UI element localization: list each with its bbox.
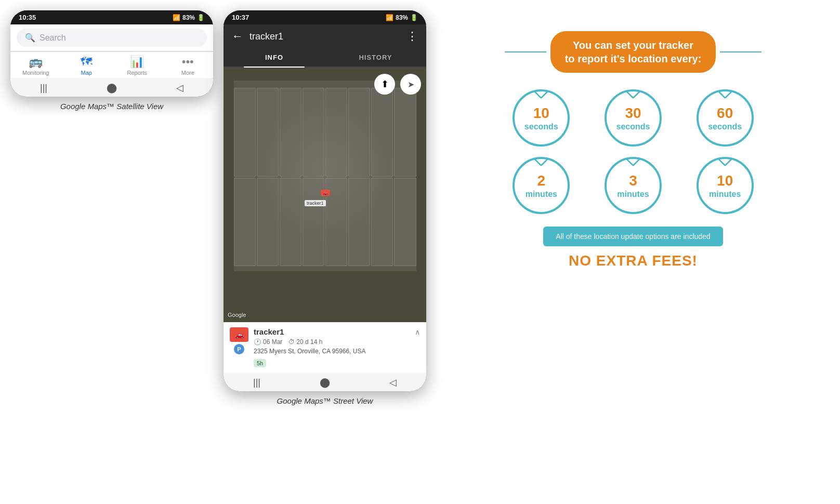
phone2-battery: 83% — [396, 14, 408, 21]
circle-60sec: 60 seconds — [687, 89, 763, 147]
phone2-tracker-label: tracker1 — [305, 200, 326, 206]
parking-space — [394, 88, 416, 177]
phone2-screen: ← tracker1 ⋮ INFO HISTORY — [224, 24, 426, 391]
nav-reports[interactable]: 📊 Reports — [112, 55, 163, 76]
home-bar-home2[interactable]: ⬤ — [320, 377, 330, 388]
circle-ring-30sec: 30 seconds — [605, 89, 662, 147]
nav-more[interactable]: ••• More — [163, 55, 214, 76]
phone2-caption: Google Maps™ Street View — [277, 396, 373, 405]
phone2-location-button[interactable]: ➤ — [400, 74, 421, 95]
phone1-time: 10:35 — [19, 14, 36, 21]
phone1-nav-bar: 🚌 Monitoring 🗺 Map 📊 Reports ••• More — [10, 51, 213, 78]
parking-lines — [234, 88, 416, 266]
reports-icon: 📊 — [130, 55, 144, 69]
home-bar-back[interactable]: ||| — [40, 83, 47, 94]
tracker-address: 2325 Myers St, Oroville, CA 95966, USA — [254, 348, 420, 355]
clock-icon: 🕐 — [254, 338, 261, 346]
phone1-search-inner[interactable]: 🔍 Search — [17, 29, 207, 47]
circle-ring-60sec: 60 seconds — [697, 89, 754, 147]
more-label: More — [181, 70, 194, 76]
phone2-battery-icon: 🔋 — [410, 14, 418, 21]
tracker-icon-area: 🚗 P — [230, 327, 248, 354]
parking-space — [325, 88, 347, 177]
location-icon: ➤ — [408, 79, 414, 89]
no-fees-banner-text: All of these location update options are… — [556, 232, 710, 241]
parking-space — [234, 178, 256, 267]
circle-ring-10min: 10 minutes — [697, 157, 754, 214]
home-bar-recent2[interactable]: ◁ — [389, 377, 397, 388]
parking-space — [234, 88, 256, 177]
circle-ring-10sec: 10 seconds — [513, 89, 570, 147]
parking-space — [280, 178, 301, 267]
phone1-battery: 83% — [182, 14, 195, 21]
reports-label: Reports — [127, 70, 147, 76]
parking-space — [348, 88, 370, 177]
phone1-search-placeholder[interactable]: Search — [40, 33, 66, 43]
phone1-battery-icon: 🔋 — [197, 14, 205, 21]
tab-info[interactable]: INFO — [224, 48, 325, 67]
monitoring-icon: 🚌 — [29, 55, 43, 69]
phone1-wrapper: 10:35 📶 83% 🔋 🔍 Search ⬆ — [10, 10, 213, 111]
circle-2min: 2 minutes — [503, 157, 580, 214]
phone1-wifi-icon: 📶 — [173, 14, 180, 21]
tracker-header: ← tracker1 ⋮ — [224, 24, 426, 48]
nav-monitoring[interactable]: 🚌 Monitoring — [10, 55, 61, 76]
tracker-info-details: tracker1 ∧ 🕐 06 Mar ⏱ 20 d 14 h — [254, 327, 420, 367]
no-extra-fees-text: NO EXTRA FEES! — [569, 253, 698, 269]
tracker-tabs: INFO HISTORY — [224, 48, 426, 68]
parking-space — [348, 178, 370, 267]
phone2-map[interactable]: 🚗 tracker1 ⬆ ➤ Google — [224, 68, 426, 322]
circles-grid: 10 seconds 30 seconds 60 seconds — [503, 89, 763, 214]
phone2-car-pin: 🚗 — [321, 190, 330, 196]
tracker-collapse-icon[interactable]: ∧ — [415, 328, 420, 336]
phone1-search-bar: 🔍 Search — [10, 24, 213, 51]
tab-history[interactable]: HISTORY — [325, 48, 426, 67]
circle-10min: 10 minutes — [687, 157, 763, 214]
info-panel: You can set your tracker to report it's … — [437, 10, 830, 290]
phone1-screen: 🔍 Search ⬆ ➤ 🚗 iTrack1TE BOLD (0177) — [10, 24, 213, 97]
circle-30sec: 30 seconds — [595, 89, 672, 147]
map-icon: 🗺 — [81, 55, 92, 69]
parking-space — [257, 178, 279, 267]
more-options-button[interactable]: ⋮ — [406, 30, 418, 43]
tracker-info-panel: 🚗 P tracker1 ∧ 🕐 06 Mar — [224, 322, 426, 373]
circle-ring-3min: 3 minutes — [605, 157, 662, 214]
tracker-tag: 5h — [254, 359, 266, 367]
info-title-box: You can set your tracker to report it's … — [550, 31, 716, 73]
no-fees-banner: All of these location update options are… — [543, 227, 723, 246]
map-label: Map — [81, 70, 92, 76]
phone1-status-bar: 10:35 📶 83% 🔋 — [10, 10, 213, 24]
circle-3min: 3 minutes — [595, 157, 672, 214]
tracker-info-row: 🚗 P tracker1 ∧ 🕐 06 Mar — [230, 327, 420, 367]
parking-space — [280, 88, 301, 177]
phone2-home-bar: ||| ⬤ ◁ — [224, 373, 426, 391]
circle-text-10sec: 10 seconds — [524, 104, 558, 132]
home-bar-recent[interactable]: ◁ — [176, 82, 183, 94]
phone2-wifi-icon: 📶 — [386, 14, 393, 21]
parking-space — [394, 178, 416, 267]
circle-text-60sec: 60 seconds — [708, 104, 742, 132]
circle-10sec: 10 seconds — [503, 89, 580, 147]
parking-space — [303, 88, 324, 177]
circle-ring-2min: 2 minutes — [513, 157, 570, 214]
tracker-header-title: tracker1 — [250, 31, 400, 42]
tracker-car-thumb: 🚗 — [230, 327, 248, 342]
phone2-time: 10:37 — [232, 14, 249, 21]
circle-text-3min: 3 minutes — [617, 172, 649, 200]
home-bar-home[interactable]: ⬤ — [107, 82, 117, 94]
parking-space — [371, 88, 393, 177]
timer-icon: ⏱ — [288, 338, 295, 346]
phone1-mockup: 10:35 📶 83% 🔋 🔍 Search ⬆ — [10, 10, 213, 97]
tracker-duration: ⏱ 20 d 14 h — [288, 338, 322, 346]
tracker-p-badge: P — [234, 344, 244, 354]
circle-text-2min: 2 minutes — [526, 172, 557, 200]
phone2-mockup: 10:37 📶 83% 🔋 ← tracker1 ⋮ INFO HISTORY — [224, 10, 426, 391]
parking-space — [257, 88, 279, 177]
tracker-name-text: tracker1 — [254, 327, 284, 336]
tracker-meta: 🕐 06 Mar ⏱ 20 d 14 h — [254, 338, 420, 346]
phone2-compass[interactable]: ⬆ — [374, 74, 395, 95]
nav-map[interactable]: 🗺 Map — [61, 55, 112, 76]
home-bar-back2[interactable]: ||| — [253, 377, 260, 388]
circle-text-30sec: 30 seconds — [616, 104, 650, 132]
back-button[interactable]: ← — [232, 30, 243, 43]
